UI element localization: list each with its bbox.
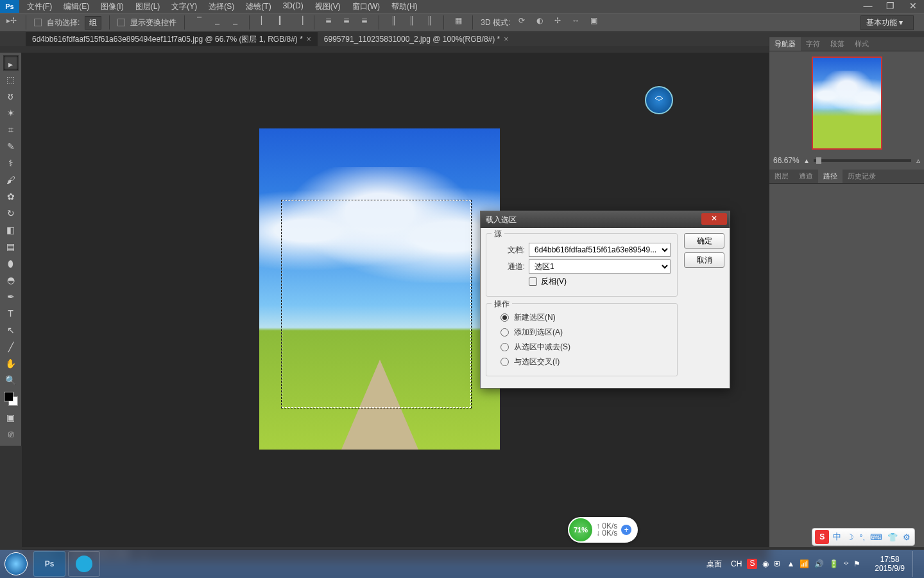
- show-desktop-button[interactable]: [912, 551, 919, 577]
- align-hcenter-icon[interactable]: ▎: [275, 16, 288, 29]
- window-close[interactable]: ✕: [902, 0, 924, 13]
- dist-top-icon[interactable]: ≣: [322, 16, 335, 29]
- marquee-tool[interactable]: ⬚: [3, 72, 19, 87]
- op-intersect-radio[interactable]: [501, 358, 509, 366]
- doc-tab-1[interactable]: 6d4bb616fdfaaf515f61a63e895494eef11f7a05…: [26, 32, 318, 46]
- menu-image[interactable]: 图像(I): [101, 1, 123, 12]
- menu-edit[interactable]: 编辑(E): [64, 1, 89, 12]
- magic-wand-tool[interactable]: ✶: [3, 105, 19, 121]
- speed-monitor-widget[interactable]: 71% ↑ 0K/s ↓ 0K/s +: [568, 517, 638, 543]
- move-tool[interactable]: ▸: [3, 55, 19, 71]
- close-tab-icon[interactable]: ×: [504, 35, 508, 44]
- lasso-tool[interactable]: ʊ: [3, 89, 19, 104]
- 3d-orbit-icon[interactable]: ⟳: [515, 16, 528, 29]
- panel-tab-character[interactable]: 字符: [801, 37, 825, 51]
- menu-type[interactable]: 文字(Y): [171, 1, 197, 12]
- op-subtract-radio[interactable]: [501, 343, 509, 351]
- screenmode-toggle[interactable]: ⎚: [3, 426, 19, 442]
- tray-sogou-icon[interactable]: S: [747, 559, 757, 569]
- navigator-zoom-slider[interactable]: [814, 159, 911, 162]
- 3d-pan-icon[interactable]: ✢: [551, 16, 564, 29]
- taskbar-desktop-label[interactable]: 桌面: [706, 559, 722, 570]
- ime-menu-icon[interactable]: ⚙: [902, 532, 912, 542]
- panel-tab-paths[interactable]: 路径: [818, 170, 843, 183]
- hand-tool[interactable]: ✋: [3, 356, 19, 371]
- start-button[interactable]: [0, 550, 32, 578]
- ime-skin-icon[interactable]: 👕: [886, 532, 899, 542]
- auto-select-dropdown[interactable]: 组: [85, 16, 101, 30]
- ok-button[interactable]: 确定: [684, 233, 724, 249]
- ime-punct-icon[interactable]: °,: [858, 532, 866, 542]
- doc-tab-2[interactable]: 6995791_110235831000_2.jpg @ 100%(RGB/8#…: [318, 32, 515, 46]
- align-bottom-icon[interactable]: ⎯: [228, 16, 241, 29]
- zoom-in-icon[interactable]: ▵: [916, 156, 920, 165]
- crop-tool[interactable]: ⌗: [3, 122, 19, 137]
- dialog-close-button[interactable]: ✕: [701, 213, 727, 225]
- 3d-slide-icon[interactable]: ↔: [569, 16, 582, 29]
- auto-select-checkbox[interactable]: [34, 19, 42, 26]
- panel-tab-channels[interactable]: 通道: [794, 170, 818, 183]
- 3d-zoom-icon[interactable]: ▣: [587, 16, 600, 29]
- zoom-tool[interactable]: 🔍: [3, 372, 19, 388]
- dodge-tool[interactable]: ◓: [3, 272, 19, 288]
- ime-toolbar[interactable]: S 中 ☽ °, ⌨ 👕 ⚙: [812, 528, 915, 546]
- align-vcenter-icon[interactable]: ⎯: [210, 16, 223, 29]
- wifi-overlay-icon[interactable]: ⌔: [645, 86, 673, 114]
- dist-bottom-icon[interactable]: ≣: [358, 16, 371, 29]
- close-tab-icon[interactable]: ×: [307, 35, 311, 44]
- panel-tab-history[interactable]: 历史记录: [843, 170, 881, 183]
- taskbar-clock[interactable]: 17:58 2015/9/9: [869, 555, 910, 573]
- workspace-switcher[interactable]: 基本功能 ▾: [860, 15, 914, 30]
- panel-tab-paragraph[interactable]: 段落: [825, 37, 850, 51]
- tray-shield-icon[interactable]: ⛨: [774, 559, 782, 568]
- panel-tab-styles[interactable]: 样式: [850, 37, 874, 51]
- tray-signal-icon[interactable]: 📶: [800, 559, 809, 568]
- zoom-out-icon[interactable]: ▴: [805, 156, 809, 165]
- path-select-tool[interactable]: ↖: [3, 322, 19, 338]
- show-transform-checkbox[interactable]: [117, 19, 125, 26]
- ime-han-toggle[interactable]: 中: [832, 531, 843, 543]
- op-add-radio[interactable]: [501, 328, 509, 337]
- ime-moon-icon[interactable]: ☽: [845, 532, 855, 542]
- taskbar-browser[interactable]: [68, 551, 100, 577]
- invert-checkbox[interactable]: [529, 277, 537, 286]
- auto-align-icon[interactable]: ▦: [452, 16, 465, 29]
- tray-360-icon[interactable]: ◉: [762, 559, 769, 568]
- tray-up-icon[interactable]: ▲: [787, 559, 794, 568]
- tray-wifi-icon[interactable]: ⌔: [844, 559, 848, 568]
- taskbar-photoshop[interactable]: Ps: [33, 551, 65, 577]
- menu-filter[interactable]: 滤镜(T): [246, 1, 271, 12]
- menu-select[interactable]: 选择(S): [209, 1, 234, 12]
- channel-select[interactable]: 选区1: [529, 259, 671, 274]
- menu-3d[interactable]: 3D(D): [283, 1, 304, 12]
- pen-tool[interactable]: ✒: [3, 289, 19, 304]
- clone-stamp-tool[interactable]: ✿: [3, 189, 19, 204]
- dist-hcenter-icon[interactable]: ║: [405, 16, 418, 29]
- menu-layer[interactable]: 图层(L): [135, 1, 160, 12]
- dist-left-icon[interactable]: ║: [387, 16, 400, 29]
- eyedropper-tool[interactable]: ✎: [3, 139, 19, 154]
- dialog-titlebar[interactable]: 载入选区 ✕: [481, 211, 730, 228]
- menu-view[interactable]: 视图(V): [315, 1, 341, 12]
- healing-brush-tool[interactable]: ⚕: [3, 155, 19, 171]
- align-top-icon[interactable]: ⎺: [193, 16, 205, 29]
- tray-battery-icon[interactable]: 🔋: [829, 559, 839, 568]
- menu-file[interactable]: 文件(F): [27, 1, 52, 12]
- navigator-thumbnail[interactable]: [812, 57, 882, 150]
- quickmask-toggle[interactable]: ▣: [3, 410, 19, 425]
- color-swatches[interactable]: [4, 392, 18, 406]
- tray-flag-icon[interactable]: ⚑: [853, 559, 860, 568]
- 3d-roll-icon[interactable]: ◐: [533, 16, 546, 29]
- speed-popup-icon[interactable]: +: [621, 525, 631, 535]
- dist-right-icon[interactable]: ║: [423, 16, 436, 29]
- gradient-tool[interactable]: ▤: [3, 239, 19, 254]
- eraser-tool[interactable]: ◧: [3, 222, 19, 238]
- align-left-icon[interactable]: ▏: [257, 16, 270, 29]
- panel-tab-layers[interactable]: 图层: [769, 170, 794, 183]
- sogou-logo-icon[interactable]: S: [815, 530, 829, 544]
- shape-tool[interactable]: ╱: [3, 339, 19, 355]
- tray-lang[interactable]: CH: [731, 559, 742, 568]
- brush-tool[interactable]: 🖌: [3, 172, 19, 188]
- panel-tab-navigator[interactable]: 导航器: [769, 37, 801, 51]
- op-new-radio[interactable]: [501, 313, 509, 322]
